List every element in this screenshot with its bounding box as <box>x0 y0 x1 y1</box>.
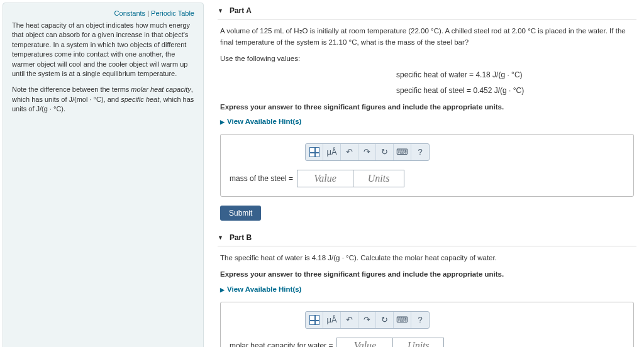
caret-down-icon: ▼ <box>218 8 223 14</box>
part-a-values: specific heat of water = 4.18 J/(g · °C)… <box>220 69 634 96</box>
special-chars-button[interactable]: μÅ <box>323 144 341 160</box>
part-b-header[interactable]: ▼ Part B <box>218 229 636 246</box>
undo-button[interactable]: ↶ <box>341 144 358 160</box>
part-a-question: A volume of 125 mL of H₂O is initially a… <box>220 26 634 48</box>
triangle-right-icon: ▶ <box>220 287 225 293</box>
sidebar-paragraph-2: Note the difference between the terms mo… <box>12 85 194 114</box>
units-input[interactable]: Units <box>353 170 404 187</box>
keyboard-button[interactable]: ⌨ <box>394 312 411 328</box>
value-steel: specific heat of steel = 0.452 J/(g · °C… <box>396 85 634 97</box>
template-button[interactable] <box>306 144 323 160</box>
units-input[interactable]: Units <box>392 338 444 347</box>
template-button[interactable] <box>306 312 323 328</box>
part-b-answer-row: molar heat capacity for water = Value Un… <box>230 338 625 347</box>
part-a-submit-button[interactable]: Submit <box>220 206 261 221</box>
keyboard-button[interactable]: ⌨ <box>394 144 411 160</box>
part-a-body: A volume of 125 mL of H₂O is initially a… <box>218 26 636 229</box>
part-a-answer-box: μÅ ↶ ↷ ↻ ⌨ ? mass of the steel = Value U… <box>220 134 634 197</box>
periodic-table-link[interactable]: Periodic Table <box>151 9 194 17</box>
answer-toolbar: μÅ ↶ ↷ ↻ ⌨ ? <box>305 143 430 161</box>
sidebar-links: Constants | Periodic Table <box>12 9 194 17</box>
part-a-answer-label: mass of the steel = <box>230 173 293 185</box>
part-b-answer-label: molar heat capacity for water = <box>230 340 333 347</box>
redo-button[interactable]: ↷ <box>358 144 376 160</box>
value-input[interactable]: Value <box>297 170 353 187</box>
template-icon <box>309 315 319 325</box>
part-b-answer-box: μÅ ↶ ↷ ↻ ⌨ ? molar heat capacity for wat… <box>220 302 634 347</box>
part-b-hints-toggle[interactable]: ▶View Available Hint(s) <box>220 284 634 295</box>
part-b-title: Part B <box>230 233 252 242</box>
part-a-use-values: Use the following values: <box>220 53 634 65</box>
part-a-answer-row: mass of the steel = Value Units <box>230 170 625 187</box>
redo-button[interactable]: ↷ <box>358 312 376 328</box>
caret-down-icon: ▼ <box>218 234 223 241</box>
reset-button[interactable]: ↻ <box>376 312 394 328</box>
undo-button[interactable]: ↶ <box>341 312 358 328</box>
part-b-body: The specific heat of water is 4.18 J/(g … <box>218 253 636 347</box>
part-a-instructions: Express your answer to three significant… <box>220 102 634 113</box>
answer-toolbar: μÅ ↶ ↷ ↻ ⌨ ? <box>305 311 430 329</box>
info-sidebar: Constants | Periodic Table The heat capa… <box>3 3 204 347</box>
sidebar-paragraph-1: The heat capacity of an object indicates… <box>12 21 194 79</box>
part-b-question: The specific heat of water is 4.18 J/(g … <box>220 253 634 264</box>
template-icon <box>309 147 319 157</box>
part-b-instructions: Express your answer to three significant… <box>220 269 634 280</box>
part-a-hints-toggle[interactable]: ▶View Available Hint(s) <box>220 116 634 128</box>
value-water: specific heat of water = 4.18 J/(g · °C) <box>396 69 634 81</box>
constants-link[interactable]: Constants <box>114 9 146 17</box>
triangle-right-icon: ▶ <box>220 119 225 125</box>
value-input[interactable]: Value <box>336 338 393 347</box>
part-a-title: Part A <box>230 6 252 15</box>
help-button[interactable]: ? <box>411 312 429 328</box>
reset-button[interactable]: ↻ <box>376 144 394 160</box>
special-chars-button[interactable]: μÅ <box>323 312 341 328</box>
help-button[interactable]: ? <box>411 144 429 160</box>
main-content: ▼ Part A A volume of 125 mL of H₂O is in… <box>206 0 644 347</box>
part-a-header[interactable]: ▼ Part A <box>218 3 636 19</box>
